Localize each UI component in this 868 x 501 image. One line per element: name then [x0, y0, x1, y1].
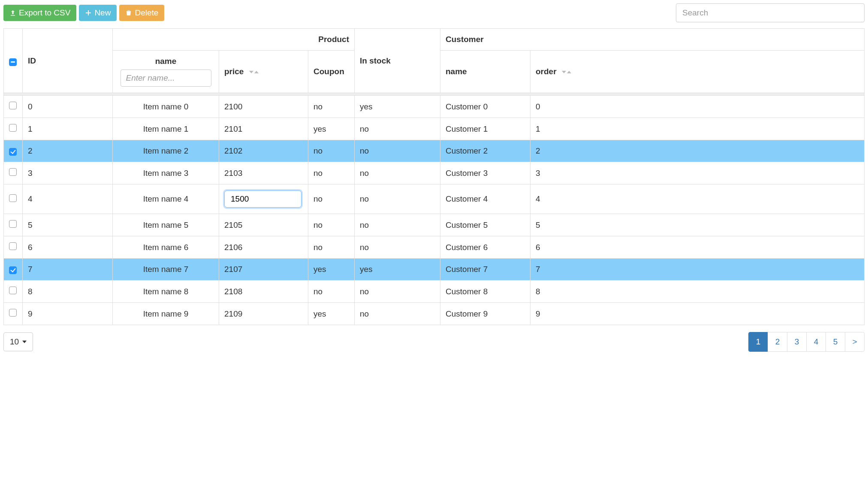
header-in-stock[interactable]: In stock: [355, 29, 440, 93]
cell-name[interactable]: Item name 7: [113, 259, 219, 281]
table-row[interactable]: 8Item name 82108nonoCustomer 88: [4, 281, 865, 303]
cell-order[interactable]: 2: [530, 140, 865, 162]
cell-coupon[interactable]: yes: [308, 259, 355, 281]
cell-customer-name[interactable]: Customer 4: [440, 184, 530, 214]
cell-order[interactable]: 6: [530, 236, 865, 259]
table-row[interactable]: 1Item name 12101yesnoCustomer 11: [4, 118, 865, 140]
page-size-select[interactable]: 10: [3, 332, 33, 351]
row-checkbox[interactable]: [9, 287, 17, 294]
cell-coupon[interactable]: no: [308, 184, 355, 214]
page-next[interactable]: >: [845, 332, 865, 352]
cell-in-stock[interactable]: no: [355, 214, 440, 236]
cell-name[interactable]: Item name 4: [113, 184, 219, 214]
cell-order[interactable]: 1: [530, 118, 865, 140]
cell-id[interactable]: 6: [23, 236, 113, 259]
cell-id[interactable]: 9: [23, 303, 113, 325]
cell-name[interactable]: Item name 3: [113, 162, 219, 184]
select-all-checkbox[interactable]: [9, 58, 17, 66]
cell-in-stock[interactable]: no: [355, 118, 440, 140]
row-checkbox[interactable]: [9, 194, 17, 202]
new-button[interactable]: New: [79, 5, 117, 21]
cell-in-stock[interactable]: no: [355, 184, 440, 214]
header-order[interactable]: order: [530, 51, 865, 93]
cell-coupon[interactable]: yes: [308, 303, 355, 325]
cell-order[interactable]: 0: [530, 96, 865, 118]
delete-button[interactable]: Delete: [119, 5, 164, 21]
header-coupon[interactable]: Coupon: [308, 51, 355, 93]
cell-name[interactable]: Item name 2: [113, 140, 219, 162]
header-price[interactable]: price: [219, 51, 308, 93]
cell-in-stock[interactable]: yes: [355, 259, 440, 281]
cell-order[interactable]: 9: [530, 303, 865, 325]
header-name[interactable]: name: [113, 51, 219, 93]
page-3[interactable]: 3: [787, 332, 807, 352]
cell-customer-name[interactable]: Customer 7: [440, 259, 530, 281]
cell-in-stock[interactable]: no: [355, 236, 440, 259]
header-id[interactable]: ID: [23, 29, 113, 93]
name-filter-input[interactable]: [121, 69, 211, 87]
header-customer-name[interactable]: name: [440, 51, 530, 93]
cell-coupon[interactable]: yes: [308, 118, 355, 140]
cell-customer-name[interactable]: Customer 8: [440, 281, 530, 303]
cell-in-stock[interactable]: yes: [355, 96, 440, 118]
row-checkbox[interactable]: [9, 102, 17, 109]
search-input[interactable]: [676, 3, 865, 22]
cell-price[interactable]: 2100: [219, 96, 308, 118]
cell-id[interactable]: 8: [23, 281, 113, 303]
page-2[interactable]: 2: [768, 332, 787, 352]
cell-customer-name[interactable]: Customer 0: [440, 96, 530, 118]
cell-id[interactable]: 0: [23, 96, 113, 118]
cell-price[interactable]: 2107: [219, 259, 308, 281]
cell-in-stock[interactable]: no: [355, 281, 440, 303]
page-4[interactable]: 4: [806, 332, 826, 352]
cell-order[interactable]: 8: [530, 281, 865, 303]
row-checkbox[interactable]: [9, 266, 17, 274]
cell-price[interactable]: 2103: [219, 162, 308, 184]
row-checkbox[interactable]: [9, 242, 17, 250]
cell-price[interactable]: 2105: [219, 214, 308, 236]
cell-id[interactable]: 3: [23, 162, 113, 184]
cell-id[interactable]: 2: [23, 140, 113, 162]
table-row[interactable]: 3Item name 32103nonoCustomer 33: [4, 162, 865, 184]
cell-name[interactable]: Item name 6: [113, 236, 219, 259]
page-5[interactable]: 5: [826, 332, 845, 352]
table-row[interactable]: 7Item name 72107yesyesCustomer 77: [4, 259, 865, 281]
cell-coupon[interactable]: no: [308, 162, 355, 184]
cell-order[interactable]: 4: [530, 184, 865, 214]
cell-customer-name[interactable]: Customer 5: [440, 214, 530, 236]
cell-name[interactable]: Item name 1: [113, 118, 219, 140]
cell-order[interactable]: 3: [530, 162, 865, 184]
cell-name[interactable]: Item name 8: [113, 281, 219, 303]
cell-id[interactable]: 1: [23, 118, 113, 140]
cell-in-stock[interactable]: no: [355, 140, 440, 162]
cell-name[interactable]: Item name 5: [113, 214, 219, 236]
table-row[interactable]: 5Item name 52105nonoCustomer 55: [4, 214, 865, 236]
table-row[interactable]: 0Item name 02100noyesCustomer 00: [4, 96, 865, 118]
cell-price[interactable]: 2101: [219, 118, 308, 140]
cell-in-stock[interactable]: no: [355, 162, 440, 184]
row-checkbox[interactable]: [9, 148, 17, 156]
cell-coupon[interactable]: no: [308, 236, 355, 259]
cell-coupon[interactable]: no: [308, 140, 355, 162]
cell-coupon[interactable]: no: [308, 214, 355, 236]
cell-price[interactable]: 2109: [219, 303, 308, 325]
cell-id[interactable]: 5: [23, 214, 113, 236]
cell-name[interactable]: Item name 9: [113, 303, 219, 325]
cell-customer-name[interactable]: Customer 1: [440, 118, 530, 140]
table-row[interactable]: 6Item name 62106nonoCustomer 66: [4, 236, 865, 259]
cell-customer-name[interactable]: Customer 9: [440, 303, 530, 325]
cell-name[interactable]: Item name 0: [113, 96, 219, 118]
cell-price[interactable]: 2106: [219, 236, 308, 259]
price-edit-input[interactable]: [224, 190, 301, 208]
cell-coupon[interactable]: no: [308, 281, 355, 303]
cell-order[interactable]: 7: [530, 259, 865, 281]
cell-price[interactable]: 2108: [219, 281, 308, 303]
row-checkbox[interactable]: [9, 220, 17, 228]
cell-price[interactable]: 2102: [219, 140, 308, 162]
cell-coupon[interactable]: no: [308, 96, 355, 118]
cell-id[interactable]: 4: [23, 184, 113, 214]
cell-in-stock[interactable]: no: [355, 303, 440, 325]
row-checkbox[interactable]: [9, 124, 17, 132]
cell-customer-name[interactable]: Customer 2: [440, 140, 530, 162]
row-checkbox[interactable]: [9, 309, 17, 317]
